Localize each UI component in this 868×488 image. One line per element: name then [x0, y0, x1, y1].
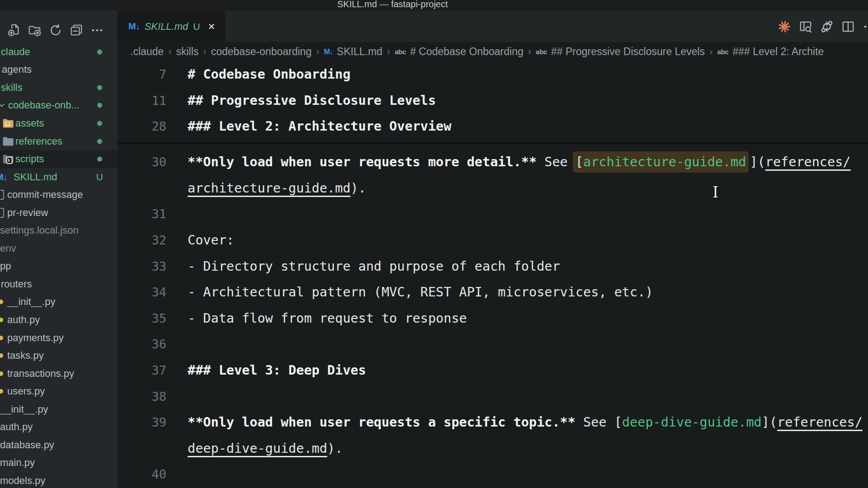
- code-row[interactable]: 32Cover:: [118, 227, 868, 253]
- line-text: - Data flow from request to response: [188, 311, 467, 326]
- sidebar-item-settings-local-json[interactable]: settings.local.json: [0, 221, 118, 239]
- sidebar-item-init-py[interactable]: __init__.py: [0, 400, 118, 418]
- new-folder-icon[interactable]: [27, 23, 42, 38]
- sidebar-item-label: settings.local.json: [0, 225, 79, 236]
- sticky-heading-row[interactable]: 28### Level 2: Architecture Overview: [118, 113, 868, 140]
- breadcrumb-item[interactable]: # Codebase Onboarding: [410, 46, 524, 58]
- more-editor-actions-icon[interactable]: [862, 19, 868, 34]
- markdown-link[interactable]: architecture-guide.md: [188, 181, 350, 196]
- compare-changes-icon[interactable]: [819, 19, 834, 34]
- sidebar-item-pr-review[interactable]: pr-review: [0, 204, 118, 222]
- sidebar-item-codebase-onb[interactable]: codebase-onb...: [0, 97, 118, 115]
- python-sliver-icon: [0, 299, 4, 305]
- sidebar-item-pp[interactable]: pp: [0, 258, 118, 276]
- line-number: 34: [118, 285, 166, 299]
- sidebar-item-init-py[interactable]: __init__.py: [0, 293, 118, 311]
- sidebar-item-main-py[interactable]: main.py: [0, 454, 118, 472]
- sidebar-item-skills[interactable]: skills: [0, 79, 118, 97]
- explorer-toolbar: [6, 23, 105, 38]
- folder-scripts-icon: [2, 154, 14, 164]
- sidebar-item-users-py[interactable]: users.py: [0, 382, 118, 400]
- line-number: 39: [118, 415, 166, 429]
- breadcrumb-item[interactable]: codebase-onboarding: [211, 46, 312, 58]
- line-number: 35: [118, 311, 166, 325]
- close-tab-icon[interactable]: ✕: [208, 21, 215, 32]
- code-row[interactable]: 30**Only load when user requests more de…: [118, 149, 868, 175]
- window-title: SKILL.md — fastapi-project: [337, 0, 448, 9]
- sidebar-item-agents[interactable]: agents: [0, 61, 118, 79]
- sidebar-item-database-py[interactable]: database.py: [0, 436, 118, 454]
- markdown-link[interactable]: deep-dive-guide.md: [188, 441, 327, 456]
- sidebar-item-label: env: [0, 243, 16, 254]
- more-actions-icon[interactable]: [90, 23, 105, 38]
- sidebar-item-references[interactable]: references: [0, 132, 118, 150]
- refresh-explorer-icon[interactable]: [48, 23, 63, 38]
- breadcrumb-item[interactable]: skills: [176, 46, 199, 58]
- markdown-link[interactable]: deep-dive-guide.md: [622, 415, 762, 430]
- code-row[interactable]: 33- Directory structure and purpose of e…: [118, 253, 868, 279]
- sidebar-item-commit-message[interactable]: commit-message: [0, 186, 118, 204]
- sidebar-item-auth-py[interactable]: auth.py: [0, 418, 118, 436]
- sidebar-item-label: tasks.py: [7, 350, 44, 361]
- breadcrumb-separator: ›: [203, 46, 207, 58]
- line-number: 37: [118, 363, 166, 377]
- tab-label: SKILL.md: [145, 21, 189, 33]
- sidebar-item-skill-md[interactable]: M↓SKILL.mdU: [0, 168, 118, 186]
- sidebar-item-label: commit-message: [7, 189, 83, 201]
- code-text: - Architectural pattern (MVC, REST API, …: [188, 285, 653, 300]
- sidebar-item-claude[interactable]: claude: [0, 43, 118, 61]
- code-text: ](: [762, 415, 777, 430]
- ibeam-cursor: I: [712, 183, 718, 201]
- line-number: 33: [118, 259, 166, 273]
- split-editor-icon[interactable]: [840, 19, 855, 34]
- sidebar-item-transactions-py[interactable]: transactions.py: [0, 365, 118, 383]
- tab-modified-badge: U: [193, 21, 200, 32]
- line-text: ### Level 3: Deep Dives: [188, 363, 366, 378]
- file-sliver-icon: [0, 189, 4, 201]
- open-preview-icon[interactable]: [798, 19, 813, 34]
- code-row[interactable]: 37### Level 3: Deep Dives: [118, 357, 868, 384]
- line-text: - Directory structure and purpose of eac…: [188, 259, 560, 274]
- code-row[interactable]: 31: [118, 201, 868, 227]
- code-content[interactable]: 30**Only load when user requests more de…: [118, 149, 868, 488]
- code-row[interactable]: architecture-guide.md).: [118, 175, 868, 202]
- breadcrumb-item[interactable]: .claude: [130, 46, 164, 58]
- code-row[interactable]: 38: [118, 383, 868, 409]
- code-row[interactable]: 36: [118, 331, 868, 357]
- line-number: 36: [118, 337, 166, 351]
- code-row[interactable]: 39**Only load when user requests a speci…: [118, 409, 868, 436]
- code-row[interactable]: 35- Data flow from request to response: [118, 305, 868, 332]
- code-row[interactable]: 40: [118, 461, 868, 488]
- sidebar-item-auth-py[interactable]: auth.py: [0, 311, 118, 329]
- code-row[interactable]: 34- Architectural pattern (MVC, REST API…: [118, 279, 868, 305]
- sidebar-item-scripts[interactable]: scripts: [0, 150, 118, 168]
- sidebar-item-label: routers: [1, 278, 32, 290]
- markdown-link[interactable]: references/: [777, 415, 863, 430]
- markdown-link[interactable]: references/: [765, 155, 851, 169]
- sidebar-item-env[interactable]: env: [0, 239, 118, 258]
- sidebar-item-tasks-py[interactable]: tasks.py: [0, 347, 118, 365]
- markdown-link[interactable]: architecture-guide.md: [583, 151, 749, 173]
- claude-code-icon[interactable]: [777, 19, 792, 34]
- python-sliver-icon: [0, 335, 4, 341]
- sidebar-item-payments-py[interactable]: payments.py: [0, 329, 118, 347]
- line-text: **Only load when user requests a specifi…: [188, 415, 863, 430]
- sticky-heading-row[interactable]: 7# Codebase Onboarding: [118, 61, 868, 88]
- breadcrumb-item[interactable]: ### Level 2: Archite: [732, 46, 824, 58]
- collapse-folders-icon[interactable]: [69, 23, 84, 38]
- window-titlebar: SKILL.md — fastapi-project: [0, 0, 868, 11]
- breadcrumb-item[interactable]: ## Progressive Disclosure Levels: [551, 46, 705, 58]
- line-text: ## Progressive Disclosure Levels: [188, 93, 436, 108]
- tab-skill-md[interactable]: M↓ SKILL.md U ✕: [118, 11, 225, 42]
- code-row[interactable]: deep-dive-guide.md).: [118, 436, 868, 462]
- sidebar-item-models-py[interactable]: models.py: [0, 472, 118, 488]
- breadcrumb-item[interactable]: SKILL.md: [337, 46, 382, 58]
- line-number: 38: [118, 389, 166, 404]
- sidebar-item-label: claude: [1, 46, 30, 58]
- sticky-heading-row[interactable]: 11## Progressive Disclosure Levels: [118, 88, 868, 114]
- sidebar-item-assets[interactable]: assets: [0, 114, 118, 132]
- sidebar-item-routers[interactable]: routers: [0, 275, 118, 293]
- new-file-icon[interactable]: [6, 23, 22, 38]
- git-status-dot-icon: [97, 157, 102, 162]
- line-number: 31: [118, 207, 166, 221]
